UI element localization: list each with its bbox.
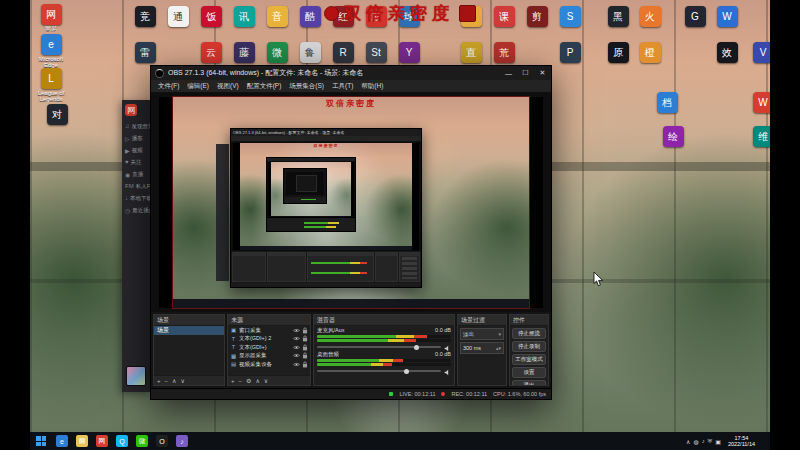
control-button[interactable]: 停止录制 xyxy=(512,341,546,353)
taskbar-app-button[interactable]: e xyxy=(53,433,71,449)
volume-slider-handle[interactable] xyxy=(404,369,409,374)
tray-icon[interactable]: ◍ xyxy=(693,438,698,445)
desktop-icon[interactable]: 藤 xyxy=(229,42,259,64)
desktop-icon[interactable]: G xyxy=(680,6,710,28)
desktop-icon[interactable]: S xyxy=(555,6,585,28)
desktop-icon[interactable]: 音 xyxy=(262,6,292,28)
desktop-icon[interactable]: 课 xyxy=(489,6,519,28)
music-app-sidebar[interactable]: 网 ♫发现音乐▷播客▶视频♥关注◉直播FM私人FM↓本地下载◷最近播放 xyxy=(122,100,151,392)
control-button[interactable]: 退出 xyxy=(512,380,546,386)
scenes-toolbar-button[interactable]: − xyxy=(165,378,169,384)
visibility-eye-icon[interactable] xyxy=(293,362,300,367)
desktop-icon[interactable]: 通 xyxy=(163,6,193,28)
maximize-button[interactable]: ☐ xyxy=(517,66,534,80)
sources-toolbar-button[interactable]: ⚙ xyxy=(246,377,251,384)
desktop-icon[interactable]: 原 xyxy=(603,42,633,64)
menu-item[interactable]: 工具(T) xyxy=(328,82,357,91)
desktop-icon[interactable]: 云 xyxy=(196,42,226,64)
scenes-toolbar-button[interactable]: + xyxy=(157,378,161,384)
volume-slider-handle[interactable] xyxy=(414,345,419,350)
desktop-icon[interactable]: 微 xyxy=(262,42,292,64)
taskbar-app-button[interactable]: ♪ xyxy=(173,433,191,449)
visibility-eye-icon[interactable] xyxy=(293,336,300,341)
lock-icon[interactable] xyxy=(302,327,308,334)
menu-item[interactable]: 场景集合(S) xyxy=(285,82,328,91)
source-row[interactable]: ▣窗口采集 xyxy=(228,326,310,335)
desktop-icon[interactable]: 鲁 xyxy=(295,42,325,64)
source-row[interactable]: T文本(GDI+) 2 xyxy=(228,335,310,344)
desktop-icon[interactable]: St xyxy=(361,42,391,64)
desktop-icon[interactable]: P xyxy=(555,42,585,64)
source-row[interactable]: ▤视频采集设备 xyxy=(228,360,310,369)
menu-item[interactable]: 帮助(H) xyxy=(357,82,387,91)
desktop-icon[interactable]: 饭 xyxy=(196,6,226,28)
control-button[interactable]: 设置 xyxy=(512,367,546,379)
music-menu-item[interactable]: ↓本地下载 xyxy=(122,192,151,204)
desktop-icon[interactable]: Y xyxy=(394,42,424,64)
menu-item[interactable]: 视图(V) xyxy=(213,82,243,91)
desktop-icon[interactable]: 档 xyxy=(652,92,682,114)
lock-icon[interactable] xyxy=(302,352,308,359)
menu-item[interactable]: 编辑(E) xyxy=(183,82,213,91)
source-row[interactable]: T文本(GDI+) xyxy=(228,343,310,352)
tray-icon[interactable]: ▣ xyxy=(715,438,721,445)
taskbar-app-button[interactable]: 网 xyxy=(93,433,111,449)
transition-select[interactable]: 淡出 ▾ xyxy=(460,328,504,340)
scenes-toolbar-button[interactable]: ∧ xyxy=(172,377,176,384)
desktop-icon[interactable]: 维 xyxy=(748,126,770,148)
source-row[interactable]: ▦显示器采集 xyxy=(228,352,310,361)
sources-toolbar-button[interactable]: + xyxy=(231,378,235,384)
desktop-icon[interactable]: 黑 xyxy=(603,6,633,28)
volume-slider[interactable] xyxy=(317,368,451,374)
desktop-icon[interactable]: 绘 xyxy=(658,126,688,148)
visibility-eye-icon[interactable] xyxy=(293,353,300,358)
menu-item[interactable]: 配置文件(P) xyxy=(243,82,286,91)
music-menu-item[interactable]: ◷最近播放 xyxy=(122,204,151,216)
desktop-icon[interactable]: 效 xyxy=(712,42,742,64)
minimize-button[interactable]: — xyxy=(500,66,517,80)
scene-list-item[interactable]: 场景 xyxy=(154,326,224,335)
desktop-icon[interactable]: 荒 xyxy=(489,42,519,64)
taskbar-app-button[interactable]: O xyxy=(153,433,171,449)
desktop-icon[interactable]: W xyxy=(712,6,742,28)
desktop-icon[interactable]: 直 xyxy=(456,42,486,64)
lock-icon[interactable] xyxy=(302,335,308,342)
obs-title-bar[interactable]: OBS 27.1.3 (64-bit, windows) - 配置文件: 未命名… xyxy=(151,66,551,80)
desktop-icon[interactable]: V xyxy=(748,42,770,64)
volume-slider-track[interactable] xyxy=(317,370,441,372)
desktop-icon[interactable]: 网网易 xyxy=(36,4,66,32)
sources-toolbar-button[interactable]: ∧ xyxy=(255,377,259,384)
music-menu-item[interactable]: ◉直播 xyxy=(122,168,151,180)
desktop-icon[interactable]: LLeague of Legends xyxy=(36,68,66,102)
start-button[interactable] xyxy=(30,432,52,450)
tray-icon[interactable]: ♪ xyxy=(702,438,705,445)
desktop-icon[interactable]: 讯 xyxy=(229,6,259,28)
taskbar-app-button[interactable]: Q xyxy=(113,433,131,449)
taskbar-app-button[interactable]: ▤ xyxy=(73,433,91,449)
tray-icon[interactable]: ∧ xyxy=(686,438,690,445)
desktop-icon[interactable]: eMicrosoft Edge xyxy=(36,34,66,68)
menu-item[interactable]: 文件(F) xyxy=(154,82,183,91)
music-album-art[interactable] xyxy=(126,366,146,386)
music-menu-item[interactable]: ▷播客 xyxy=(122,132,151,144)
taskbar-clock[interactable]: 17:54 2022/11/14 xyxy=(725,435,758,448)
visibility-eye-icon[interactable] xyxy=(293,328,300,333)
volume-slider-track[interactable] xyxy=(317,346,441,348)
music-menu-item[interactable]: FM私人FM xyxy=(122,180,151,192)
transition-duration-stepper[interactable]: 300 ms ▴▾ xyxy=(460,342,504,354)
music-menu-item[interactable]: ♥关注 xyxy=(122,156,151,168)
sources-toolbar-button[interactable]: − xyxy=(239,378,243,384)
close-button[interactable]: ✕ xyxy=(534,66,551,80)
desktop-icon[interactable]: R xyxy=(328,42,358,64)
lock-icon[interactable] xyxy=(302,361,308,368)
tray-icon[interactable]: ⛨ xyxy=(708,438,713,445)
sources-toolbar-button[interactable]: ∨ xyxy=(264,377,268,384)
visibility-eye-icon[interactable] xyxy=(293,345,300,350)
obs-preview-canvas[interactable]: 双倍亲密度 OBS 27.1.3 (64-bit, windows) - 配置文… xyxy=(151,93,551,312)
desktop-icon[interactable]: 剪 xyxy=(522,6,552,28)
lock-icon[interactable] xyxy=(302,344,308,351)
desktop-icon[interactable]: 竞 xyxy=(130,6,160,28)
control-button[interactable]: 工作室模式 xyxy=(512,354,546,366)
desktop-icon[interactable]: 火 xyxy=(635,6,665,28)
control-button[interactable]: 停止推流 xyxy=(512,328,546,340)
